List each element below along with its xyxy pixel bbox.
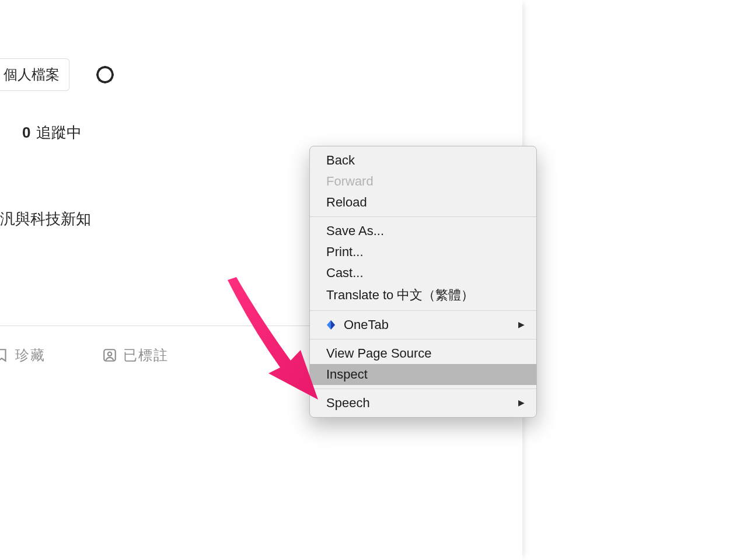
svg-point-12: [108, 352, 112, 356]
browser-context-menu: Back Forward Reload Save As... Print... …: [309, 146, 537, 418]
onetab-icon: [325, 319, 337, 331]
ctx-cast[interactable]: Cast...: [310, 262, 536, 284]
ctx-separator: [310, 339, 536, 340]
edit-profile-button[interactable]: 個人檔案: [0, 58, 69, 91]
ctx-speech[interactable]: Speech: [310, 393, 536, 414]
tab-tagged-label: 已標註: [123, 346, 169, 365]
ctx-separator: [310, 310, 536, 311]
ctx-forward: Forward: [310, 171, 536, 192]
following-stat[interactable]: 0 追蹤中: [22, 123, 82, 143]
bookmark-icon: [0, 348, 9, 363]
ctx-print[interactable]: Print...: [310, 242, 536, 262]
tab-saved-label: 珍藏: [15, 346, 46, 365]
settings-gear-icon[interactable]: [93, 63, 117, 86]
tab-tagged[interactable]: 已標註: [102, 346, 169, 365]
svg-point-5: [96, 74, 98, 75]
bio-text: 汎與科技新知: [0, 209, 91, 229]
ctx-onetab-label: OneTab: [344, 317, 389, 332]
tab-saved[interactable]: 珍藏: [0, 346, 46, 365]
ctx-onetab[interactable]: OneTab: [310, 314, 536, 335]
following-label: 追蹤中: [36, 123, 82, 143]
tagged-icon: [102, 348, 117, 363]
ctx-back[interactable]: Back: [310, 150, 536, 171]
svg-point-7: [99, 68, 100, 70]
ctx-translate[interactable]: Translate to 中文（繁體）: [310, 284, 536, 307]
svg-point-8: [110, 68, 111, 70]
ctx-view-source[interactable]: View Page Source: [310, 343, 536, 364]
ctx-inspect[interactable]: Inspect: [310, 364, 536, 385]
svg-point-10: [110, 79, 111, 81]
svg-point-4: [104, 82, 106, 83]
svg-point-9: [99, 79, 100, 81]
ctx-separator: [310, 388, 536, 389]
svg-point-3: [104, 66, 106, 68]
ctx-reload[interactable]: Reload: [310, 192, 536, 213]
ctx-separator: [310, 216, 536, 217]
ctx-save-as[interactable]: Save As...: [310, 220, 536, 242]
svg-point-6: [112, 74, 114, 75]
following-count: 0: [22, 124, 30, 142]
